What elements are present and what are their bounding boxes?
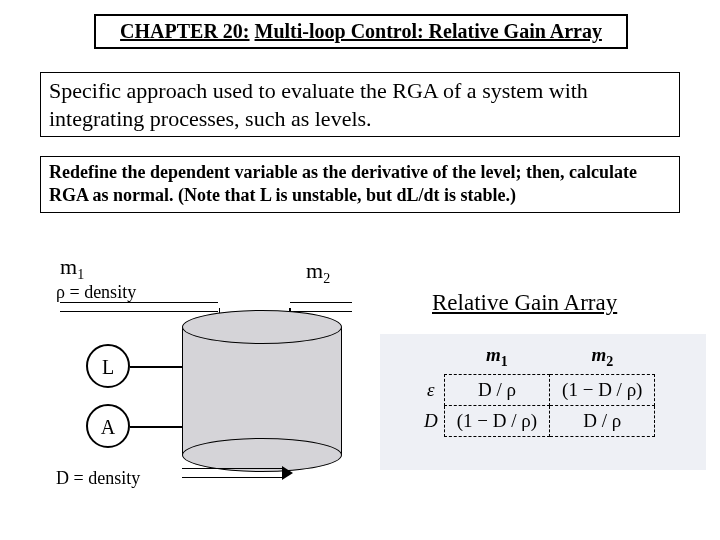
label-m1: m1: [60, 254, 84, 283]
chapter-number: CHAPTER 20:: [120, 20, 249, 42]
tank-top-ellipse: [182, 310, 342, 344]
rga-matrix: m1 m2 ε D / ρ (1 − D / ρ) D (1 − D / ρ) …: [412, 340, 655, 437]
rga-cell-11: D / ρ: [444, 374, 549, 405]
rga-cell-21: (1 − D / ρ): [444, 405, 549, 436]
outflow-arrow-icon: [282, 466, 293, 480]
rga-cell-22: D / ρ: [550, 405, 655, 436]
rga-col-m2: m2: [550, 340, 655, 374]
rga-row-eps: ε: [412, 374, 444, 405]
rga-row-D: D: [412, 405, 444, 436]
node-L: L: [86, 344, 130, 388]
connector-L: [130, 366, 182, 368]
redefine-text: Redefine the dependent variable as the d…: [49, 162, 637, 205]
chapter-title: Multi-loop Control: Relative Gain Array: [255, 20, 602, 42]
rga-title: Relative Gain Array: [432, 290, 617, 316]
label-D-density: D = density: [56, 468, 140, 489]
tank-bottom-ellipse: [182, 438, 342, 472]
rga-panel: m1 m2 ε D / ρ (1 − D / ρ) D (1 − D / ρ) …: [380, 334, 706, 470]
node-A: A: [86, 404, 130, 448]
tank-body: [182, 327, 342, 455]
inflow-pipe-1: [60, 302, 218, 312]
redefine-box: Redefine the dependent variable as the d…: [40, 156, 680, 213]
approach-box: Specific approach used to evaluate the R…: [40, 72, 680, 137]
connector-A: [130, 426, 182, 428]
approach-text: Specific approach used to evaluate the R…: [49, 78, 588, 131]
inflow-pipe-2: [290, 302, 352, 312]
rga-col-m1: m1: [444, 340, 549, 374]
label-rho-density: ρ = density: [56, 282, 136, 303]
rga-cell-12: (1 − D / ρ): [550, 374, 655, 405]
outflow-pipe: [182, 468, 282, 478]
chapter-title-box: CHAPTER 20: Multi-loop Control: Relative…: [94, 14, 628, 49]
label-m2: m2: [306, 258, 330, 287]
